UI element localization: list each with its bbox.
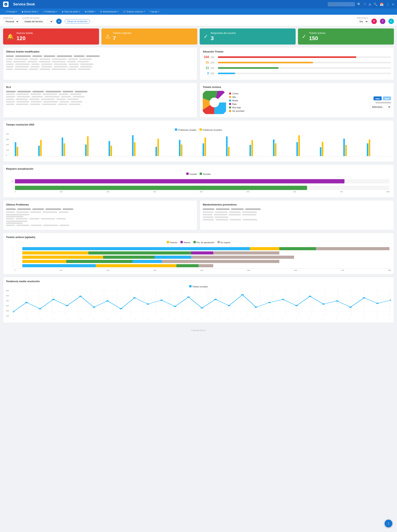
- range-button[interactable]: Rango de tendencias: [65, 19, 90, 24]
- col-5: [57, 55, 72, 57]
- apilado-legend: Petición Abierta Pte. de aprobación En e…: [6, 241, 391, 244]
- footer-text: © ServiceTonic 2: [191, 329, 206, 332]
- firewall-bar-row: 50: [7, 179, 390, 183]
- req-legend: Firewall Servidor: [6, 173, 391, 175]
- trend-dot-3: [52, 299, 55, 300]
- col-2: [15, 55, 31, 57]
- sit-bar-bg-2: [218, 62, 391, 63]
- ans-chart-wrap: 400 300 200 100 0: [6, 133, 391, 156]
- bar-blue-13: [320, 147, 321, 156]
- search-input[interactable]: [328, 2, 355, 6]
- kpi-new-tickets-label: Nuevos tickets: [17, 31, 33, 35]
- avatar-c[interactable]: C: [389, 18, 394, 24]
- page-title: Service Desk: [13, 2, 328, 6]
- mantenimientos-title: Mantenimientos preventivos: [203, 203, 391, 206]
- svg-rect-8: [13, 290, 391, 317]
- stacked-bar-track-4: [22, 260, 390, 263]
- nav-admin[interactable]: ⚙ Administración ▾: [98, 10, 120, 14]
- dashboard-config-button[interactable]: ≡: [56, 18, 62, 24]
- dashboard-label: Cuadro de mando: [22, 17, 53, 19]
- legend-sq-closed: [189, 285, 192, 287]
- kpi-row: 🔔 Nuevos tickets 120 ⚠ Tickets Urgentes …: [3, 29, 394, 45]
- chevron-down-icon: ▾: [16, 11, 17, 12]
- user-icon[interactable]: 👤: [386, 2, 390, 6]
- chart-btn-list[interactable]: ▬▬: [383, 97, 391, 100]
- avatar-t[interactable]: T: [380, 18, 385, 24]
- bar-group-2: [62, 138, 84, 156]
- kpi-urgent-tickets[interactable]: ⚠ Tickets Urgentes 7: [101, 29, 197, 45]
- tickets-activos-panel: Tickets Activos Crítica: [200, 83, 394, 118]
- wrench-icon[interactable]: 🔧: [373, 2, 378, 6]
- problemas-icon: ◇: [43, 11, 45, 13]
- bar-yellow-6: [157, 139, 159, 156]
- trend-dot-8: [120, 308, 123, 309]
- up-row-3: [6, 225, 194, 226]
- kpi-urgent-label: Tickets Urgentes: [113, 31, 132, 35]
- kpi-user-response[interactable]: ✓ Respuesta del usuario 3: [200, 29, 296, 45]
- legend-label-3: Media: [232, 99, 238, 102]
- ultimos-tickets-panel: Últimos tickets modificados: [3, 47, 197, 80]
- nav-ayuda[interactable]: ? Ayuda ▾: [148, 10, 161, 13]
- legend-label-4: Baja: [232, 103, 236, 105]
- sit-paren-2: (20): [211, 61, 216, 64]
- firewall-label: 50: [7, 180, 13, 182]
- check-circle-icon: ✓: [204, 33, 208, 40]
- visibility-select[interactable]: Personal: [3, 19, 19, 24]
- bar-group-10: [249, 140, 272, 156]
- legend-espera: En espera: [217, 241, 230, 244]
- filters-bar: Visibilidad Personal Cuadro de mando Est…: [0, 15, 397, 26]
- kpi-active-tickets[interactable]: ✓ Tickets activos 150: [298, 29, 394, 45]
- col-3: [32, 55, 42, 57]
- chart-dropdown[interactable]: Seleccionar...: [370, 105, 391, 109]
- nav-icons: 🔍 ♡ ⚠ 🔧 📅 👤 »: [357, 2, 394, 6]
- nav-ayuda-label: Ayuda: [151, 11, 157, 13]
- nav-cmdb[interactable]: ⊞ CMDB ▾: [83, 10, 97, 14]
- table-row: [6, 59, 194, 60]
- nav-problemas[interactable]: ◇ Problemas ▾: [41, 10, 59, 14]
- stacked-row-1: [15, 247, 390, 250]
- col-6: [74, 55, 85, 57]
- kpi-new-tickets[interactable]: 🔔 Nuevos tickets 120: [3, 29, 99, 45]
- sit-value-4: 0: [203, 72, 209, 75]
- nav-enlaces[interactable]: 🔗 Enlaces externos ▾: [121, 10, 147, 14]
- nav-servicedesk[interactable]: ◆ Service Desk ▾: [20, 10, 40, 14]
- tiempo-resolucion-title: Tiempo resolución ANS: [6, 123, 391, 126]
- avatar-p[interactable]: P: [372, 18, 377, 24]
- ans-x-labels: ————————————————: [6, 156, 391, 159]
- bell-icon: 🔔: [7, 33, 14, 40]
- bar-blue-0: [15, 142, 16, 156]
- nav-tipos-activo[interactable]: ◈ Tipos de activo ▾: [60, 10, 82, 14]
- heart-icon[interactable]: ♡: [363, 2, 366, 6]
- sla-row: [6, 104, 194, 105]
- legend-sq-abierta: [180, 241, 183, 243]
- trend-dot-25: [349, 307, 352, 308]
- sit-bar-bg-1: [218, 56, 391, 58]
- table-row: [6, 69, 194, 70]
- req-chart: 50 0100200300400500600700800: [6, 177, 391, 195]
- servidor-bar-fill: [15, 186, 307, 190]
- bar-blue-12: [296, 142, 298, 156]
- bar-blue-8: [203, 143, 204, 156]
- chevron-icon[interactable]: »: [392, 2, 394, 6]
- trend-dot-13: [187, 296, 190, 298]
- sit-bar-bg-4: [218, 73, 391, 74]
- nav-principal[interactable]: ⌂ Principal ▾: [3, 10, 19, 13]
- dashboard-select[interactable]: Estado del Servicio: [22, 19, 53, 24]
- chart-btn-bar[interactable]: ▬▬: [373, 97, 382, 100]
- firewall-bar-track: [15, 179, 390, 183]
- sla-header: [6, 91, 194, 92]
- trend-dot-9: [133, 297, 136, 298]
- alert-icon[interactable]: ⚠: [368, 2, 371, 6]
- col-4: [43, 55, 55, 57]
- check-green-icon: ✓: [302, 33, 306, 40]
- search-icon[interactable]: 🔍: [357, 2, 361, 6]
- frequency-select[interactable]: Día: [357, 19, 368, 24]
- bar-group-0: [15, 142, 37, 156]
- calendar-icon[interactable]: 📅: [380, 2, 384, 6]
- situation-row-1: 104 (30): [203, 55, 391, 59]
- tendencia-legend: Tickets cerrados: [6, 285, 391, 288]
- tendencia-title: Tendencia media resolución: [6, 280, 391, 283]
- legend-sq-aprobacion: [193, 241, 196, 243]
- situation-row-4: 0 (25): [203, 72, 391, 75]
- admin-icon: ⚙: [100, 11, 102, 13]
